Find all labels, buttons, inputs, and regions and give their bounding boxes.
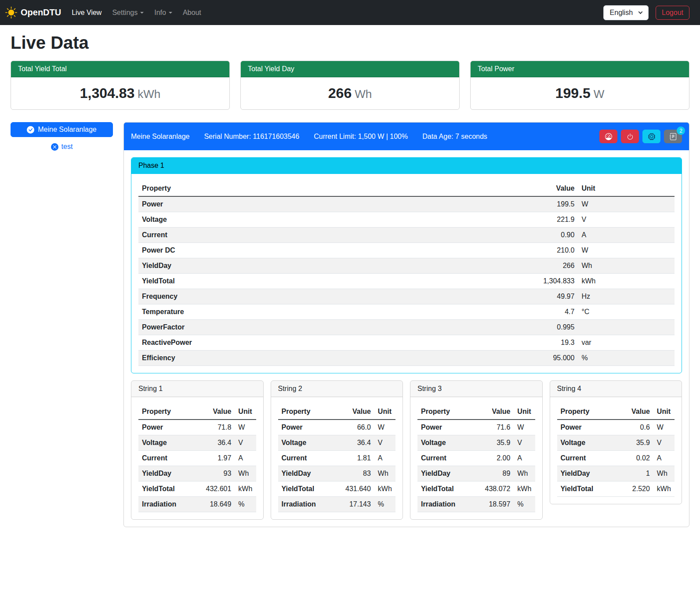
table-row: YieldDay93Wh [138,466,256,481]
property-cell: YieldDay [278,466,332,481]
string-title: String 3 [410,381,542,397]
table-row: Power0.6W [557,420,675,435]
property-cell: Irradiation [417,497,472,512]
value-cell: 17.143 [332,497,374,512]
string-card-3: String 3 Property Value Unit [410,380,543,520]
unit-cell: kWh [514,481,535,497]
summary-card-title: Total Yield Total [11,61,229,77]
summary-unit: Wh [355,87,372,101]
event-log-button[interactable]: 2 [664,130,682,143]
table-row: YieldTotal431.640kWh [278,481,396,497]
table-header-row: Property Value Unit [557,404,675,420]
string-card-body: Property Value Unit Power0.6WVoltage35.9… [550,397,682,504]
unit-cell: kWh [653,481,675,497]
unit-cell: W [653,420,675,435]
nav-item-settings[interactable]: Settings [107,5,149,20]
column-header-unit: Unit [578,181,675,196]
value-cell: 1,304.833 [402,274,578,289]
inverter-card-body: Phase 1 Property Value Unit Power199.5WV… [124,150,689,527]
column-header-property: Property [278,404,332,420]
property-cell: YieldDay [417,466,472,481]
summary-card-body: 1,304.83kWh [11,77,229,109]
device-info-button[interactable] [642,130,660,143]
value-cell: 432.601 [192,481,235,497]
unit-cell: % [374,497,395,512]
string-card-body: Property Value Unit Power66.0WVoltage36.… [271,397,403,519]
inverter-item-test[interactable]: test [11,143,113,151]
table-row: Current2.00A [417,451,535,466]
strings-row: String 1 Property Value Unit [131,380,682,520]
unit-cell: A [514,451,535,466]
summary-unit: kWh [138,87,160,101]
chevron-down-icon [638,10,643,14]
unit-cell: Wh [374,466,395,481]
inverter-name: Meine Solaranlage [131,133,189,141]
value-cell: 0.90 [402,228,578,243]
unit-cell: var [578,335,675,351]
property-cell: Power [417,420,472,435]
property-cell: PowerFactor [138,320,402,335]
content-row: Meine Solaranlage test Meine Solaranlage… [11,122,689,538]
page-title: Live Data [11,33,689,53]
summary-cards: Total Yield Total 1,304.83kWh Total Yiel… [11,61,689,110]
nav-item-live-view[interactable]: Live View [66,5,107,20]
nav-links: Live View Settings Info About [66,5,207,20]
unit-cell: W [235,420,256,435]
property-cell: Frequency [138,289,402,304]
table-row: ReactivePower19.3var [138,335,675,351]
value-cell: 83 [332,466,374,481]
property-cell: YieldTotal [417,481,472,497]
inverter-select-button[interactable]: Meine Solaranlage [11,122,113,137]
property-cell: Power [278,420,332,435]
summary-value: 199.5 [555,85,591,101]
inverter-card-header: Meine Solaranlage Serial Number: 1161716… [124,123,689,150]
summary-card-total-power: Total Power 199.5W [470,61,689,110]
unit-cell: V [374,435,395,451]
value-cell: 1.81 [332,451,374,466]
property-cell: Voltage [138,212,402,228]
page-container: Live Data Total Yield Total 1,304.83kWh … [0,33,700,538]
value-cell: 2.520 [616,481,653,497]
value-cell: 1.97 [192,451,235,466]
summary-value: 266 [328,85,352,101]
nav-item-info[interactable]: Info [149,5,178,20]
summary-card-yield-day: Total Yield Day 266Wh [240,61,460,110]
table-row: YieldDay266Wh [138,258,675,274]
unit-cell: V [514,435,535,451]
power-button[interactable] [621,130,639,143]
check-circle-icon [27,126,34,134]
table-row: Voltage36.4V [278,435,396,451]
x-circle-icon [51,143,58,151]
unit-cell: kWh [578,274,675,289]
string-title: String 1 [131,381,263,397]
property-cell: Voltage [417,435,472,451]
table-row: YieldTotal1,304.833kWh [138,274,675,289]
property-cell: YieldTotal [557,481,616,497]
unit-cell: A [578,228,675,243]
limit-settings-button[interactable] [599,130,617,143]
nav-item-about[interactable]: About [178,5,207,20]
column-header-value: Value [616,404,653,420]
table-row: Voltage36.4V [138,435,256,451]
property-cell: Current [417,451,472,466]
unit-cell: A [374,451,395,466]
property-cell: Irradiation [138,497,192,512]
logout-button[interactable]: Logout [656,6,689,20]
table-row: Power71.8W [138,420,256,435]
brand[interactable]: OpenDTU [5,7,61,18]
property-cell: Current [138,228,402,243]
table-row: Irradiation18.597% [417,497,535,512]
table-row: Current1.97A [138,451,256,466]
inverter-data-age: Data Age: 7 seconds [422,133,487,141]
unit-cell: V [578,212,675,228]
power-icon [627,133,634,140]
value-cell: 266 [402,258,578,274]
property-cell: Voltage [138,435,192,451]
table-row: Power DC210.0W [138,243,675,258]
brand-label: OpenDTU [21,7,61,18]
unit-cell: W [578,243,675,258]
language-select[interactable]: English [603,5,649,20]
property-cell: YieldTotal [138,274,402,289]
property-cell: Power [557,420,616,435]
table-row: Power66.0W [278,420,396,435]
